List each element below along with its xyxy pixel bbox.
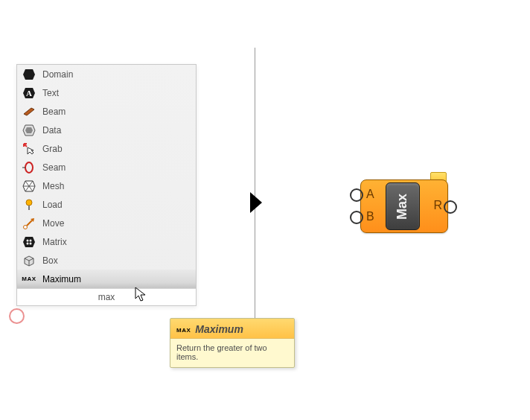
input-grip-a-icon[interactable]: [350, 188, 363, 202]
svg-point-12: [26, 200, 32, 206]
list-item-label: Load: [42, 200, 63, 210]
input-a-label[interactable]: A: [366, 188, 374, 201]
list-item-label: Data: [42, 125, 61, 136]
letter-a-icon: A: [22, 86, 36, 101]
svg-text:A: A: [26, 89, 32, 98]
input-grip-b-icon[interactable]: [350, 211, 363, 224]
svg-point-14: [24, 225, 28, 229]
svg-line-15: [27, 220, 32, 226]
tooltip-title: Maximum: [195, 323, 243, 335]
move-arrow-icon: [22, 216, 36, 231]
svg-point-6: [25, 162, 33, 173]
output-r-label[interactable]: R: [433, 199, 442, 212]
svg-point-20: [27, 242, 29, 244]
svg-point-18: [27, 239, 29, 241]
component-core[interactable]: Max: [386, 182, 420, 230]
matrix-hex-icon: [22, 235, 36, 249]
hex-outline-icon: [22, 123, 36, 138]
list-item-label: Beam: [42, 106, 66, 117]
max-component[interactable]: A B Max R: [356, 172, 451, 233]
tooltip-header: MAX Maximum: [170, 319, 294, 339]
component-inputs: A B: [366, 179, 374, 232]
component-outputs: R: [433, 179, 442, 232]
list-item[interactable]: A Text: [17, 83, 196, 102]
list-item-label: Grab: [42, 144, 63, 154]
list-item[interactable]: Box: [17, 251, 196, 270]
list-item[interactable]: Beam: [17, 102, 196, 121]
hex-dark-icon: [22, 67, 36, 82]
svg-point-21: [30, 242, 32, 244]
canvas-direction-arrow-icon: [250, 192, 262, 213]
seam-icon: [22, 160, 36, 175]
tooltip-body: Return the greater of two items.: [170, 339, 294, 367]
list-item-selected[interactable]: MAX Maximum: [17, 270, 196, 288]
mesh-hex-icon: [22, 179, 36, 194]
svg-marker-0: [23, 69, 35, 80]
cursor-x-icon: [22, 141, 36, 156]
list-item[interactable]: Data: [17, 121, 196, 139]
search-results-list: Domain A Text Beam Data Grab: [17, 65, 196, 288]
list-item-label: Matrix: [42, 237, 67, 247]
max-badge-icon: MAX: [176, 324, 191, 334]
tooltip: MAX Maximum Return the greater of two it…: [170, 318, 295, 368]
list-item[interactable]: Grab: [17, 139, 196, 158]
svg-marker-5: [25, 127, 33, 133]
beam-icon: [22, 104, 36, 119]
component-search-popup[interactable]: Domain A Text Beam Data Grab: [16, 64, 197, 306]
svg-marker-3: [24, 108, 34, 115]
max-badge-icon: MAX: [22, 272, 36, 287]
svg-point-19: [30, 239, 32, 241]
list-item[interactable]: Load: [17, 195, 196, 214]
list-item-label: Maximum: [42, 274, 81, 284]
list-item[interactable]: Matrix: [17, 232, 196, 251]
list-item-label: Seam: [42, 162, 66, 173]
list-item-label: Domain: [42, 69, 73, 80]
search-input[interactable]: max: [17, 288, 196, 305]
pin-icon: [22, 197, 36, 212]
search-input-value: max: [98, 292, 115, 302]
list-item[interactable]: Mesh: [17, 176, 196, 195]
list-item[interactable]: Seam: [17, 158, 196, 176]
box-icon: [22, 253, 36, 268]
output-grip-r-icon[interactable]: [444, 200, 457, 214]
svg-marker-17: [23, 237, 35, 247]
list-item[interactable]: Domain: [17, 65, 196, 83]
list-item-label: Text: [42, 88, 59, 98]
list-item-label: Mesh: [42, 181, 64, 191]
input-b-label[interactable]: B: [366, 210, 374, 223]
origin-ring-icon: [9, 308, 25, 324]
list-item-label: Box: [42, 255, 58, 266]
list-item-label: Move: [42, 218, 64, 229]
list-item[interactable]: Move: [17, 214, 196, 232]
component-core-label: Max: [395, 193, 410, 219]
